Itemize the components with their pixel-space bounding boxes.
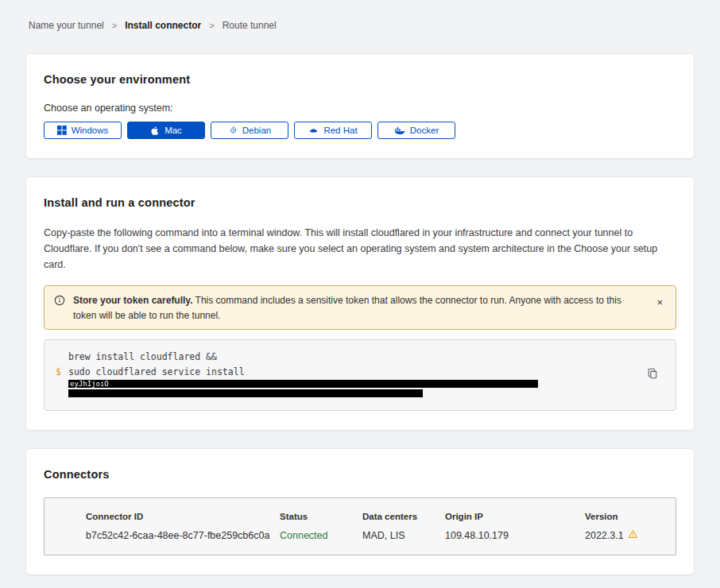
token-warning-banner: Store your token carefully. This command… (44, 285, 676, 330)
close-icon[interactable]: × (653, 296, 666, 309)
breadcrumb-separator: > (209, 21, 214, 30)
connectors-card-title: Connectors (44, 468, 676, 481)
os-select-label: Choose an operating system: (44, 103, 676, 114)
install-description: Copy-paste the following command into a … (44, 225, 676, 273)
os-button-label: Docker (410, 126, 439, 135)
os-button-group: Windows Mac Debian Red Hat (44, 122, 676, 139)
os-button-label: Mac (165, 126, 182, 135)
redacted-token-line-1: eyJhIjoiO (68, 380, 664, 389)
os-button-windows[interactable]: Windows (44, 122, 122, 139)
command-line-2: sudo cloudflared service install (68, 365, 664, 380)
redacted-token-line-2 (68, 389, 664, 399)
shell-prompt: $ (56, 350, 68, 399)
debian-icon (228, 126, 238, 135)
windows-icon (57, 126, 67, 135)
os-button-mac[interactable]: Mac (127, 122, 205, 139)
install-command-codeblock: $ brew install cloudflared && sudo cloud… (44, 339, 676, 411)
col-header-origin-ip: Origin IP (445, 512, 585, 521)
environment-card-title: Choose your environment (44, 73, 676, 86)
redaction-bar (68, 389, 423, 397)
docker-icon (394, 126, 405, 135)
token-warning-bold: Store your token carefully. (73, 295, 193, 306)
warning-triangle-icon (628, 529, 638, 541)
os-button-redhat[interactable]: Red Hat (294, 122, 372, 139)
connectors-table: Connector ID Status Data centers Origin … (44, 497, 676, 555)
table-row: b7c52c42-6caa-48ee-8c77-fbe259cb6c0a Con… (86, 529, 668, 541)
step-name-your-tunnel[interactable]: Name your tunnel (29, 20, 104, 31)
token-warning-text: Store your token carefully. This command… (73, 293, 645, 323)
choose-environment-card: Choose your environment Choose an operat… (25, 53, 695, 159)
install-command-text: brew install cloudflared && sudo cloudfl… (68, 350, 664, 399)
origin-ip-value: 109.48.10.179 (445, 530, 585, 541)
tunnel-setup-page: Name your tunnel > Install connector > R… (0, 0, 720, 588)
version-value: 2022.3.1 (585, 529, 668, 541)
version-number: 2022.3.1 (585, 530, 624, 541)
install-connector-card: Install and run a connector Copy-paste t… (25, 176, 695, 431)
redhat-icon (308, 126, 319, 135)
os-button-docker[interactable]: Docker (377, 122, 455, 139)
token-prefix: eyJhIjoiO (68, 380, 538, 388)
redaction-bar: eyJhIjoiO (68, 380, 538, 388)
step-route-tunnel[interactable]: Route tunnel (223, 20, 277, 31)
install-card-title: Install and run a connector (44, 196, 676, 209)
breadcrumb-separator: > (112, 21, 117, 30)
os-button-debian[interactable]: Debian (211, 122, 288, 139)
col-header-status: Status (280, 512, 362, 521)
info-icon (54, 295, 65, 309)
status-badge: Connected (280, 530, 362, 541)
connector-id-value: b7c52c42-6caa-48ee-8c77-fbe259cb6c0a (86, 530, 280, 541)
data-centers-value: MAD, LIS (362, 530, 445, 541)
os-button-label: Red Hat (323, 126, 357, 135)
command-line-1: brew install cloudflared && (68, 350, 664, 365)
col-header-data-centers: Data centers (362, 512, 445, 521)
connectors-card: Connectors Connector ID Status Data cent… (25, 448, 695, 575)
copy-icon[interactable] (645, 366, 660, 383)
breadcrumb: Name your tunnel > Install connector > R… (25, 19, 695, 31)
os-button-label: Windows (72, 126, 109, 135)
connectors-table-header: Connector ID Status Data centers Origin … (86, 512, 668, 521)
step-install-connector[interactable]: Install connector (125, 20, 201, 31)
col-header-connector-id: Connector ID (86, 512, 280, 521)
os-button-label: Debian (242, 126, 271, 135)
col-header-version: Version (585, 512, 668, 521)
apple-icon (150, 126, 160, 136)
